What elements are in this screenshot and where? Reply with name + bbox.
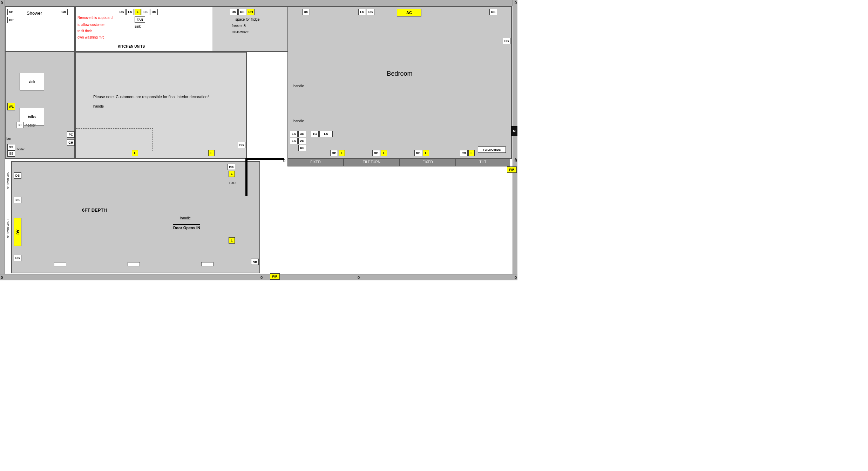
- microwave-text: microwave: [232, 30, 249, 34]
- fixed2-text: FIXED: [422, 160, 433, 164]
- pc-box: PC: [67, 131, 75, 138]
- l-box-ll2: L: [229, 171, 235, 177]
- space-fridge-text: space for fridge: [226, 18, 269, 21]
- door-frame-h: [245, 158, 284, 160]
- sh-box: SH: [7, 9, 15, 15]
- own-washing-text: own washing m/c: [77, 35, 104, 39]
- ss-box-1: SS: [7, 144, 15, 150]
- tilt-turn-text: TILT TURN: [363, 160, 380, 164]
- sink-text: sink: [135, 25, 141, 28]
- zero-window-r: 0: [515, 159, 517, 163]
- tilt-turn-label: TILT TURN: [344, 159, 400, 166]
- rb-box-1: RB: [330, 150, 338, 156]
- door-opens-label: Door Opens IN: [173, 224, 200, 230]
- l-box-k1: L: [135, 9, 141, 15]
- gr-box-2: GR: [7, 17, 15, 23]
- door-indicator-2: [128, 262, 140, 266]
- l-box-ll: L: [229, 237, 235, 244]
- ds-box-ll2: DS: [14, 255, 21, 261]
- l-box-b3: L: [423, 150, 429, 156]
- fixed1-label: FIXED: [287, 159, 344, 166]
- left-strip: [0, 0, 5, 280]
- l-box-b2: L: [381, 150, 387, 156]
- zero-lower-r: 0: [260, 275, 263, 280]
- fixed1-text: FIXED: [310, 160, 320, 164]
- 3g-box: 3G: [298, 131, 306, 137]
- wall-top-text: 910mm WALL: [6, 169, 10, 189]
- kitchen-units-label: KITCHEN UNITS: [118, 45, 145, 48]
- gr-box-1: GR: [60, 9, 68, 15]
- l-box-c2: L: [208, 150, 215, 156]
- shower-label: Shower: [27, 11, 42, 16]
- ds-box-f2: DS: [238, 9, 246, 15]
- fs-box-k2: FS: [142, 9, 149, 15]
- pir-box-bottom: PIR: [270, 273, 280, 280]
- lower-left-area: DS FS AC DS 6FT DEPTH handle Door Opens …: [11, 161, 260, 273]
- ds-box-k2: DS: [150, 9, 158, 15]
- corner-bl: 0: [1, 275, 3, 280]
- fit-their-text: to fit their: [77, 29, 92, 33]
- door-indicator-1: [54, 262, 66, 266]
- ds-box-k1: DS: [118, 9, 126, 15]
- ls-box-1: LS: [290, 131, 298, 137]
- 1g-ls-box: LS: [319, 131, 333, 137]
- rb-box-ll-top: RB: [228, 164, 235, 170]
- depth-label: 6FT DEPTH: [82, 207, 107, 213]
- fridge-space: DS DS DH space for fridge freezer & micr…: [212, 6, 290, 52]
- door-indicator-3: [201, 262, 213, 266]
- top-strip: [0, 0, 517, 6]
- handle-bedroom-lower: handle: [293, 119, 304, 123]
- handle-bedroom: handle: [293, 84, 304, 88]
- 1g-box: 1G: [311, 131, 319, 137]
- note-text: Please note: Customers are responsible f…: [93, 95, 209, 99]
- bottom-strip: [0, 274, 517, 280]
- dh-box: DH: [247, 9, 255, 15]
- 2g-box: 2G: [298, 138, 306, 144]
- ds-box-b4: DS: [503, 38, 510, 44]
- ds-box-c1: DS: [238, 142, 245, 148]
- rb-box-3: RB: [414, 150, 422, 156]
- fs-box-k1: FS: [126, 9, 134, 15]
- freezer-text: freezer &: [232, 24, 246, 28]
- fan-label: fan: [6, 137, 11, 141]
- bedroom-label: Bedroom: [387, 70, 412, 77]
- kitchen-area: Remove this cupboard to allow customer t…: [75, 6, 224, 52]
- corner-tr: 0: [515, 1, 517, 5]
- tilt-label: TILT: [456, 159, 510, 166]
- ds-box-ll: DS: [14, 172, 21, 179]
- l-box-b1: L: [339, 150, 345, 156]
- fs-box-ll: FS: [14, 197, 21, 203]
- floor-plan: 0 0 0 0 0 0 SH GR GR Shower WL sink toil…: [0, 0, 517, 280]
- fb-ls-usbds-box: FB/Ls/UsbDS: [478, 146, 506, 153]
- wc-area: WL sink toilet FI heater PC GR SS boiler…: [5, 52, 75, 159]
- shower-room: SH GR GR Shower: [5, 6, 75, 52]
- allow-customer-text: to allow customer: [77, 23, 105, 27]
- fs-box-b1: FS: [358, 9, 366, 15]
- heater-label: heater: [26, 123, 35, 127]
- rb-box-2: RB: [372, 150, 380, 156]
- right-strip: [513, 0, 517, 280]
- ds-box-b3: DS: [489, 9, 497, 15]
- l-box-b4: L: [468, 150, 475, 156]
- tilt-text: TILT: [480, 160, 487, 164]
- door-frame-v: [245, 158, 247, 196]
- living-area: Please note: Customers are responsible f…: [75, 52, 247, 159]
- ss-box-2: SS: [7, 150, 15, 157]
- handle-left: handle: [93, 104, 104, 108]
- ds-box-b5: DS: [298, 145, 306, 151]
- dashed-area: [76, 128, 153, 151]
- ls-box-2: LS: [290, 138, 298, 144]
- sink-box: sink: [20, 73, 44, 90]
- boiler-label: boiler: [17, 148, 25, 151]
- corner-br: 0: [515, 275, 517, 280]
- ac-box: AC: [397, 9, 421, 16]
- corner-br-left: 0: [358, 275, 360, 280]
- ds-box-f1: DS: [230, 9, 238, 15]
- bedroom-area: Bedroom DS FS DS AC DS DS handle handle …: [287, 6, 512, 159]
- fxd-label: FXD: [229, 181, 236, 185]
- ds-box-b2: DS: [367, 9, 374, 15]
- ds-box-b1: DS: [302, 9, 310, 15]
- corner-tl: 0: [1, 1, 3, 5]
- wall-label-top: 910mm WALL: [5, 161, 11, 196]
- pir-box-right: PIR: [507, 166, 517, 173]
